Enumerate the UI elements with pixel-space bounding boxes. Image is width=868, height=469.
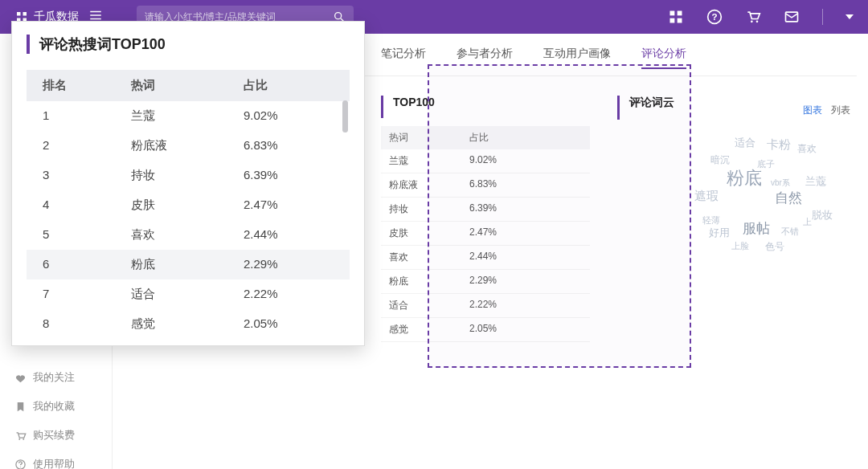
divider — [822, 9, 823, 25]
cell-word: 粉底液 — [131, 138, 244, 153]
panel-title: TOP100 — [381, 96, 590, 118]
cloud-word[interactable]: 脱妆 — [812, 208, 833, 222]
view-chart[interactable]: 图表 — [803, 104, 822, 116]
cell-word: 兰蔻 — [389, 154, 469, 168]
table-row: 2粉底液6.83% — [27, 131, 350, 161]
cloud-word[interactable]: 上 — [803, 216, 812, 228]
tab-comments[interactable]: 评论分析 — [641, 47, 686, 69]
col-pct: 占比 — [469, 131, 489, 145]
svg-point-7 — [751, 21, 753, 23]
svg-point-8 — [756, 21, 759, 23]
cloud-word[interactable]: 适合 — [735, 136, 755, 150]
table-row: 喜欢2.44% — [381, 246, 590, 270]
cell-pct: 2.44% — [469, 251, 497, 264]
sidebar-item-label: 我的关注 — [33, 370, 75, 385]
cell-word: 粉底液 — [389, 178, 469, 192]
cell-pct: 9.02% — [469, 154, 497, 168]
cell-rank: 8 — [43, 316, 131, 332]
navbar-right-actions: ? — [668, 9, 854, 25]
cloud-word[interactable]: 上脸 — [731, 240, 749, 252]
cell-pct: 2.44% — [244, 227, 278, 243]
dropdown-icon[interactable] — [845, 14, 854, 19]
apps-icon[interactable] — [668, 9, 684, 25]
cloud-word[interactable]: 好用 — [709, 226, 730, 240]
svg-point-0 — [335, 13, 342, 19]
col-hotword: 热词 — [389, 131, 469, 145]
cell-pct: 2.29% — [244, 257, 278, 272]
help-icon[interactable]: ? — [706, 9, 723, 25]
cloud-word[interactable]: 服帖 — [743, 219, 770, 238]
tab-participants[interactable]: 参与者分析 — [457, 47, 513, 69]
cell-word: 持妆 — [389, 202, 469, 216]
table-row: 1兰蔻9.02% — [27, 101, 350, 131]
cell-pct: 2.47% — [469, 226, 497, 240]
cell-pct: 9.02% — [244, 108, 278, 124]
table-row: 3持妆6.39% — [27, 161, 350, 190]
cell-pct: 6.39% — [244, 168, 278, 183]
svg-point-11 — [23, 438, 24, 439]
cell-word: 粉底 — [389, 275, 469, 288]
col-rank: 排名 — [43, 78, 131, 93]
col-pct: 占比 — [244, 78, 268, 93]
popup-title: 评论热搜词TOP100 — [27, 35, 350, 54]
table-row: 8感觉2.05% — [27, 309, 350, 339]
cell-pct: 2.05% — [469, 323, 497, 336]
hotwords-table: 热词 占比 兰蔻9.02%粉底液6.83%持妆6.39%皮肤2.47%喜欢2.4… — [381, 126, 590, 342]
sidebar-item-purchase[interactable]: 购买续费 — [0, 421, 112, 450]
cloud-word[interactable]: 遮瑕 — [694, 189, 719, 204]
svg-point-10 — [18, 438, 20, 439]
table-row: 兰蔻9.02% — [381, 149, 590, 173]
cloud-word[interactable]: 轻薄 — [702, 214, 720, 226]
mail-icon[interactable] — [784, 9, 800, 25]
svg-text:?: ? — [711, 11, 717, 22]
cell-rank: 4 — [43, 198, 131, 213]
popup-table-header: 排名 热词 占比 — [27, 70, 350, 101]
svg-rect-2 — [678, 11, 682, 16]
cloud-word[interactable]: 暗沉 — [710, 153, 730, 167]
cell-pct: 6.83% — [244, 138, 278, 153]
sidebar-item-favorites[interactable]: 我的收藏 — [0, 392, 112, 421]
cell-rank: 1 — [43, 108, 131, 124]
cloud-word[interactable]: 喜欢 — [797, 142, 817, 156]
table-row: 4皮肤2.47% — [27, 190, 350, 220]
cell-pct: 2.05% — [244, 316, 278, 332]
cloud-word[interactable]: 粉底 — [727, 166, 762, 190]
scrollbar-thumb[interactable] — [342, 100, 348, 133]
sidebar-item-label: 我的收藏 — [33, 399, 75, 414]
view-toggle: 图表 列表 — [796, 104, 850, 117]
cell-word: 适合 — [131, 287, 244, 302]
cloud-word[interactable]: 色号 — [765, 240, 784, 254]
table-row: 6粉底2.29% — [27, 250, 350, 279]
cell-word: 粉底 — [131, 257, 244, 272]
table-row: 7适合2.22% — [27, 279, 350, 309]
sidebar-item-help[interactable]: 使用帮助 — [0, 450, 112, 469]
svg-rect-3 — [670, 18, 675, 23]
table-header: 热词 占比 — [381, 126, 590, 149]
cell-pct: 6.39% — [469, 202, 497, 216]
cell-rank: 2 — [43, 138, 131, 153]
cell-rank: 3 — [43, 168, 131, 183]
cell-word: 皮肤 — [131, 198, 244, 213]
panel-wordcloud: 评论词云 图表 列表 适合卡粉喜欢暗沉底子粉底兰蔻vbr系遮瑕自然脱妆轻薄好用服… — [606, 96, 857, 342]
view-list[interactable]: 列表 — [831, 104, 850, 116]
tab-notes[interactable]: 笔记分析 — [381, 47, 426, 69]
cloud-word[interactable]: 兰蔻 — [805, 174, 826, 189]
sidebar-item-label: 购买续费 — [33, 428, 75, 442]
cloud-word[interactable]: 不错 — [781, 226, 799, 238]
table-row: 持妆6.39% — [381, 198, 590, 222]
cell-word: 皮肤 — [389, 226, 469, 240]
tab-user-portrait[interactable]: 互动用户画像 — [543, 47, 611, 69]
cart-icon[interactable] — [745, 9, 761, 25]
sidebar-item-label: 使用帮助 — [33, 457, 75, 469]
cell-word: 喜欢 — [389, 251, 469, 264]
cloud-word[interactable]: vbr系 — [771, 177, 790, 189]
cloud-word[interactable]: 卡粉 — [767, 137, 791, 153]
sidebar-item-follow[interactable]: 我的关注 — [0, 363, 112, 392]
svg-rect-1 — [670, 11, 675, 16]
cell-word: 适合 — [389, 299, 469, 312]
cell-pct: 2.22% — [469, 299, 497, 312]
table-row: 粉底2.29% — [381, 270, 590, 294]
cell-word: 感觉 — [131, 316, 244, 332]
cloud-word[interactable]: 自然 — [775, 189, 802, 207]
table-row: 适合2.22% — [381, 294, 590, 318]
